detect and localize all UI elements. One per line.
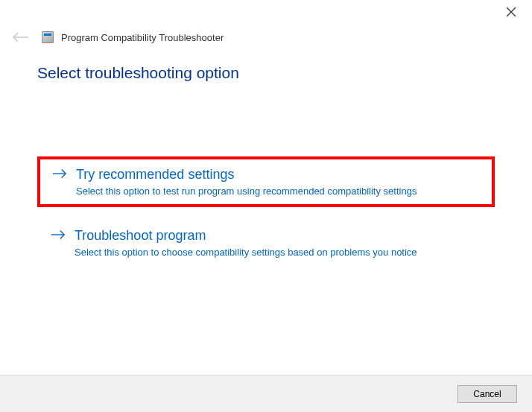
option-title-row: Troubleshoot program — [51, 228, 481, 244]
app-icon — [42, 31, 54, 43]
cancel-button[interactable]: Cancel — [457, 385, 517, 403]
option-title: Try recommended settings — [76, 167, 234, 183]
footer: Cancel — [0, 375, 532, 412]
back-button — [12, 31, 30, 44]
arrow-left-icon — [12, 32, 30, 42]
titlebar — [0, 0, 532, 27]
option-title-row: Try recommended settings — [52, 167, 480, 183]
option-title: Troubleshoot program — [75, 228, 206, 244]
arrow-right-icon — [51, 229, 66, 243]
close-button[interactable] — [505, 6, 517, 18]
option-description: Select this option to test run program u… — [76, 186, 480, 197]
option-troubleshoot-program[interactable]: Troubleshoot program Select this option … — [37, 219, 495, 267]
close-icon — [506, 7, 516, 17]
option-description: Select this option to choose compatibili… — [75, 247, 481, 258]
arrow-right-icon — [52, 168, 67, 182]
page-heading: Select troubleshooting option — [37, 64, 495, 82]
option-try-recommended[interactable]: Try recommended settings Select this opt… — [37, 156, 495, 207]
content-area: Select troubleshooting option Try recomm… — [0, 57, 532, 267]
window-title: Program Compatibility Troubleshooter — [61, 32, 224, 43]
header: Program Compatibility Troubleshooter — [0, 27, 532, 57]
